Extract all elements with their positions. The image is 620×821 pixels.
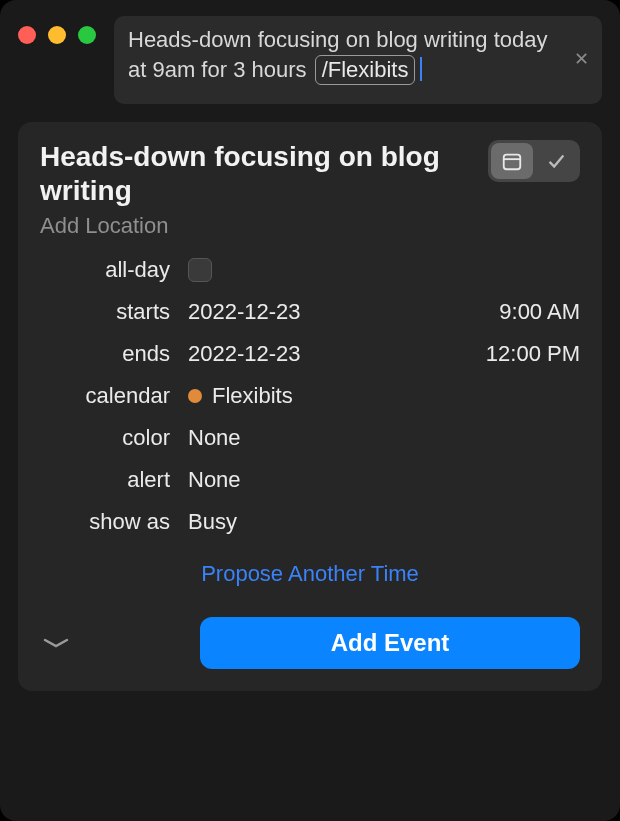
starts-label: starts (40, 299, 170, 325)
close-window-button[interactable] (18, 26, 36, 44)
calendar-color-dot (188, 389, 202, 403)
svg-rect-0 (504, 155, 521, 170)
event-title[interactable]: Heads-down focusing on blog writing (40, 140, 476, 207)
add-event-button[interactable]: Add Event (200, 617, 580, 669)
location-field[interactable]: Add Location (40, 213, 580, 239)
allday-value (188, 257, 580, 283)
ends-time[interactable]: 12:00 PM (470, 341, 580, 367)
natural-language-input[interactable]: Heads-down focusing on blog writing toda… (114, 16, 602, 104)
event-type-task-button[interactable] (535, 143, 577, 179)
starts-value: 2022-12-23 9:00 AM (188, 299, 580, 325)
chevron-down-icon (42, 636, 70, 650)
zoom-window-button[interactable] (78, 26, 96, 44)
checkmark-icon (545, 150, 567, 172)
allday-label: all-day (40, 257, 170, 283)
event-type-toggle (488, 140, 580, 182)
propose-another-time-link[interactable]: Propose Another Time (40, 561, 580, 587)
calendar-token[interactable]: /Flexibits (315, 55, 416, 86)
calendar-label: calendar (40, 383, 170, 409)
ends-label: ends (40, 341, 170, 367)
close-icon: ✕ (574, 49, 589, 69)
showas-value[interactable]: Busy (188, 509, 580, 535)
titlebar: Heads-down focusing on blog writing toda… (0, 0, 620, 104)
expand-toggle-button[interactable] (40, 636, 72, 650)
alert-value[interactable]: None (188, 467, 580, 493)
event-type-event-button[interactable] (491, 143, 533, 179)
starts-time[interactable]: 9:00 AM (470, 299, 580, 325)
ends-value: 2022-12-23 12:00 PM (188, 341, 580, 367)
allday-checkbox[interactable] (188, 258, 212, 282)
minimize-window-button[interactable] (48, 26, 66, 44)
event-fields: all-day starts 2022-12-23 9:00 AM ends 2… (40, 257, 580, 535)
window-controls (18, 16, 96, 44)
starts-date[interactable]: 2022-12-23 (188, 299, 348, 325)
calendar-value[interactable]: Flexibits (188, 383, 580, 409)
alert-label: alert (40, 467, 170, 493)
color-label: color (40, 425, 170, 451)
calendar-icon (501, 150, 523, 172)
clear-input-button[interactable]: ✕ (570, 48, 592, 71)
card-footer: Add Event (40, 617, 580, 669)
calendar-name: Flexibits (212, 383, 293, 409)
text-cursor (420, 57, 422, 81)
color-value[interactable]: None (188, 425, 580, 451)
ends-date[interactable]: 2022-12-23 (188, 341, 348, 367)
event-card: Heads-down focusing on blog writing (18, 122, 602, 691)
card-header: Heads-down focusing on blog writing (40, 140, 580, 207)
quick-event-window: Heads-down focusing on blog writing toda… (0, 0, 620, 821)
showas-label: show as (40, 509, 170, 535)
